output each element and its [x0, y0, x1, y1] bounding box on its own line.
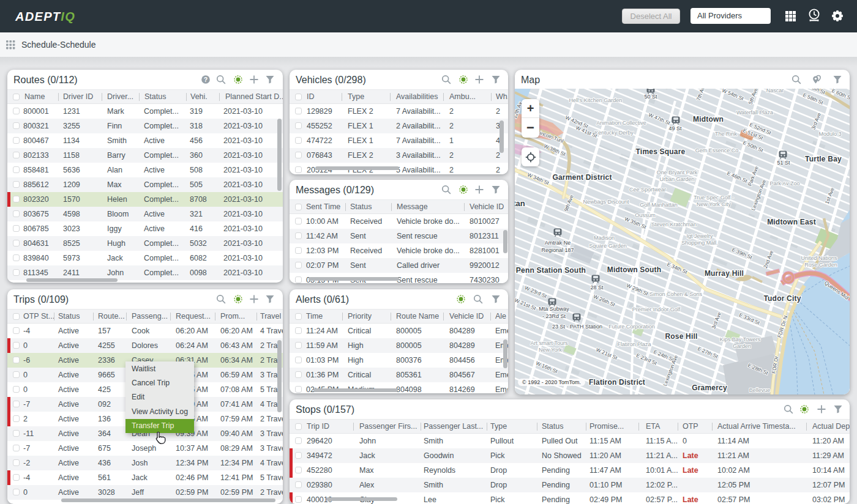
svg-text:Art smart Tours: Art smart Tours — [531, 340, 568, 346]
svg-text:United Nations: United Nations — [801, 255, 837, 261]
svg-text:Nascar: Nascar — [766, 89, 784, 94]
svg-text:- 23Rd St: - 23Rd St — [542, 313, 566, 319]
svg-text:Flatiron District: Flatiron District — [589, 378, 645, 387]
svg-text:Cee Sportwear: Cee Sportwear — [629, 187, 666, 193]
svg-text:Regional 187: Regional 187 — [541, 247, 574, 253]
svg-text:New York: New York — [539, 347, 563, 353]
svg-text:Future Corporation: Future Corporation — [608, 324, 655, 330]
svg-text:Midtown East: Midtown East — [767, 218, 816, 226]
svg-text:Tudor City: Tudor City — [763, 294, 801, 303]
svg-text:Waterfall Plaza: Waterfall Plaza — [736, 109, 773, 116]
svg-text:Rose Garden: Rose Garden — [804, 262, 837, 268]
svg-text:Shopping Mall.: Shopping Mall. — [681, 240, 718, 246]
svg-text:Amtrak Ne: Amtrak Ne — [545, 240, 571, 246]
svg-text:Park Av Zoo: Park Av Zoo — [770, 180, 800, 187]
svg-text:Gramercy: Gramercy — [692, 384, 727, 392]
svg-text:Penn Station South: Penn Station South — [516, 266, 586, 275]
svg-text:Garden: Garden — [733, 343, 751, 349]
svg-text:True Spec Golf -: True Spec Golf - — [694, 195, 734, 201]
svg-text:Rose Hill: Rose Hill — [665, 332, 697, 341]
svg-text:Bellevue: Bellevue — [749, 387, 771, 393]
svg-text:New York City: New York City — [697, 201, 732, 207]
svg-text:Gem Essence Co: Gem Essence Co — [695, 147, 739, 154]
svg-text:Kentucky Derby: Kentucky Derby — [594, 130, 634, 136]
svg-text:23 St - PATH Station: 23 St - PATH Station — [552, 324, 602, 330]
svg-text:Midtown: Midtown — [693, 115, 724, 124]
svg-text:Square Garden: Square Garden — [589, 243, 627, 249]
svg-text:Urban Garden: Urban Garden — [659, 176, 694, 182]
svg-text:Murray Hill: Murray Hill — [705, 269, 744, 278]
svg-text:50 St: 50 St — [644, 94, 657, 100]
svg-text:Madison: Madison — [594, 235, 615, 241]
svg-text:Kips Bay Towers: Kips Bay Towers — [720, 336, 761, 343]
svg-text:Garment District: Garment District — [552, 173, 612, 182]
svg-text:Steven Kratchman: Steven Kratchman — [651, 221, 697, 228]
svg-text:Modulo 3: Modulo 3 — [818, 131, 841, 137]
svg-text:Times Square: Times Square — [636, 147, 686, 156]
svg-text:Golf Manhattan: Golf Manhattan — [640, 202, 678, 208]
svg-text:Turtle Bay: Turtle Bay — [805, 155, 842, 163]
svg-text:Animation Collective: Animation Collective — [596, 120, 646, 126]
svg-text:Hell's Kitchen Garden: Hell's Kitchen Garden — [569, 97, 623, 103]
svg-text:One Bryant Park: One Bryant Park — [657, 169, 698, 176]
svg-text:Newbags Discount: Newbags Discount — [583, 199, 629, 205]
svg-text:Mta Subway: Mta Subway — [539, 306, 569, 312]
svg-text:49 St: 49 St — [668, 125, 682, 132]
svg-text:Oussum: Oussum — [635, 212, 656, 218]
svg-text:Premier Indoor Golf: Premier Indoor Golf — [632, 306, 681, 313]
svg-text:?: ? — [204, 76, 208, 83]
svg-text:28 St: 28 St — [590, 284, 604, 291]
svg-text:Igt Jewelry: Igt Jewelry — [686, 233, 713, 239]
svg-text:Midtown South: Midtown South — [607, 265, 662, 274]
svg-text:The Rink: The Rink — [715, 131, 738, 137]
svg-text:51 St: 51 St — [777, 160, 790, 166]
svg-text:Flatiron Plaza: Flatiron Plaza — [617, 341, 651, 347]
svg-text:Simon Cohen & Sons: Simon Cohen & Sons — [649, 291, 703, 297]
svg-text:tan: tan — [515, 199, 525, 208]
